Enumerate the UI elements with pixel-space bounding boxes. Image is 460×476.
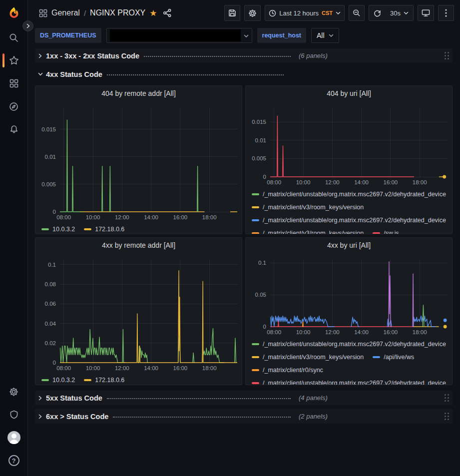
row-drag-handle[interactable] bbox=[444, 412, 451, 422]
refresh-interval-dropdown[interactable]: 30s bbox=[386, 5, 413, 20]
apps-grid-icon bbox=[39, 9, 47, 17]
sidebar-item-alerting[interactable] bbox=[0, 118, 28, 141]
svg-text:0.01: 0.01 bbox=[45, 154, 56, 160]
legend-swatch bbox=[373, 232, 380, 234]
row-header-4xx[interactable]: 4xx Status Code bbox=[35, 67, 453, 81]
star-filled-icon[interactable]: ★ bbox=[149, 9, 157, 17]
row-header-6xx[interactable]: 6xx > Status Code (2 panels) bbox=[35, 409, 453, 424]
legend-item[interactable]: /_matrix/client/unstable/org.matrix.msc2… bbox=[252, 338, 446, 351]
request-host-variable-label[interactable]: request_host bbox=[257, 28, 307, 43]
chevron-right-icon bbox=[26, 23, 30, 28]
legend-swatch bbox=[252, 206, 259, 208]
legend-swatch bbox=[84, 379, 91, 381]
row-title-wrap: 4xx Status Code bbox=[46, 70, 285, 78]
chevron-down-icon bbox=[329, 34, 334, 37]
legend-item[interactable]: /_matrix/client/unstable/org.matrix.msc2… bbox=[252, 214, 446, 227]
sidebar-item-help[interactable]: ? bbox=[0, 449, 28, 472]
share-icon[interactable] bbox=[163, 8, 172, 17]
row-title-wrap: 5xx Status Code bbox=[46, 394, 292, 402]
time-range-picker[interactable]: Last 12 hours CST bbox=[265, 5, 345, 21]
svg-text:0: 0 bbox=[53, 209, 56, 215]
chevron-down-icon bbox=[244, 32, 249, 39]
legend-swatch bbox=[373, 356, 380, 358]
sidebar-item-dashboards[interactable] bbox=[0, 72, 28, 95]
panel-title[interactable]: 4xx by remote addr [All] bbox=[35, 238, 242, 253]
zoom-out-button[interactable] bbox=[349, 5, 365, 21]
sidebar-item-profile[interactable] bbox=[0, 426, 28, 449]
chevron-right-icon bbox=[38, 396, 46, 401]
datasource-value-redacted bbox=[110, 29, 241, 41]
row-drag-handle[interactable] bbox=[444, 393, 451, 403]
row-panel-count: (6 panels) bbox=[299, 52, 328, 59]
legend-item[interactable]: 10.0.3.2 bbox=[41, 223, 75, 234]
sidebar-item-starred[interactable] bbox=[0, 49, 28, 72]
svg-text:16:00: 16:00 bbox=[383, 179, 398, 185]
row-title: 1xx - 3xx - 2xx Status Code bbox=[46, 52, 139, 60]
breadcrumb-dashboard[interactable]: NGINX PROXY bbox=[90, 8, 145, 17]
chevron-right-icon bbox=[38, 53, 46, 58]
legend-item[interactable]: 172.18.0.6 bbox=[84, 223, 124, 234]
svg-text:18:00: 18:00 bbox=[413, 179, 427, 185]
legend-swatch bbox=[252, 369, 259, 371]
legend-item[interactable]: /_matrix/client/v3/room_keys/version bbox=[252, 227, 364, 234]
legend-item[interactable]: /_matrix/client/unstable/org.matrix.msc2… bbox=[252, 377, 446, 385]
avatar bbox=[7, 431, 20, 444]
save-dashboard-button[interactable] bbox=[224, 5, 240, 21]
row-header-5xx[interactable]: 5xx Status Code (4 panels) bbox=[35, 391, 453, 405]
tv-mode-button[interactable] bbox=[418, 5, 434, 21]
panel-404-by-uri: 404 by uri [All] 00.0050.010.01508:0010:… bbox=[245, 85, 453, 234]
dotted-leader bbox=[107, 398, 291, 399]
svg-text:12:00: 12:00 bbox=[325, 179, 340, 185]
refresh-button-group: 30s bbox=[369, 5, 414, 21]
legend-item[interactable]: /_matrix/client/v3/room_keys/version bbox=[252, 201, 364, 214]
panel-legend: /_matrix/client/unstable/org.matrix.msc2… bbox=[246, 337, 452, 385]
main-area: General / NGINX PROXY ★ Last 12 hours bbox=[28, 0, 460, 476]
sidebar-item-server-admin[interactable] bbox=[0, 403, 28, 426]
legend-item[interactable]: /_matrix/client/v3/room_keys/version bbox=[252, 351, 364, 364]
legend-label: /_matrix/client/r0/sync bbox=[263, 367, 323, 374]
legend-item[interactable]: /api/live/ws bbox=[373, 351, 414, 364]
row-drag-handle[interactable] bbox=[444, 51, 451, 61]
search-icon bbox=[9, 33, 18, 42]
legend-swatch bbox=[252, 232, 259, 234]
breadcrumb-folder[interactable]: General bbox=[51, 8, 80, 17]
refresh-button[interactable] bbox=[369, 5, 386, 20]
gear-icon bbox=[9, 387, 18, 397]
legend-item[interactable]: 10.0.3.2 bbox=[41, 374, 75, 385]
legend-item[interactable]: /_matrix/client/unstable/org.matrix.msc2… bbox=[252, 188, 446, 201]
monitor-icon bbox=[422, 9, 430, 17]
panel-title[interactable]: 404 by remote addr [All] bbox=[35, 86, 242, 101]
legend-label: /_matrix/client/v3/room_keys/version bbox=[263, 230, 364, 234]
panel-legend: /_matrix/client/unstable/org.matrix.msc2… bbox=[246, 187, 452, 234]
help-icon: ? bbox=[8, 455, 19, 466]
datasource-variable-select[interactable] bbox=[106, 28, 252, 43]
svg-text:18:00: 18:00 bbox=[202, 214, 217, 220]
sidebar-item-explore[interactable] bbox=[0, 95, 28, 118]
zoom-out-icon bbox=[353, 9, 361, 17]
panel-legend: 10.0.3.2172.18.0.6 bbox=[35, 373, 242, 385]
panel-legend: 10.0.3.2172.18.0.6 bbox=[35, 222, 242, 234]
panel-title[interactable]: 4xx by uri [All] bbox=[246, 238, 452, 253]
timeseries-chart[interactable]: 00.0050.010.01508:0010:0012:0014:0016:00… bbox=[35, 101, 242, 222]
svg-text:0.015: 0.015 bbox=[252, 119, 266, 125]
panel-title[interactable]: 404 by uri [All] bbox=[246, 86, 452, 101]
more-options-button[interactable] bbox=[438, 5, 454, 21]
sidebar-item-configuration[interactable] bbox=[0, 380, 28, 403]
timeseries-chart[interactable]: 00.050.108:0010:0012:0014:0016:0018:00 bbox=[246, 253, 452, 337]
sidebar-expand-button[interactable] bbox=[22, 20, 33, 31]
timeseries-chart[interactable]: 00.0050.010.01508:0010:0012:0014:0016:00… bbox=[246, 101, 452, 187]
legend-swatch bbox=[252, 382, 259, 384]
timeseries-chart[interactable]: 00.020.040.060.080.108:0010:0012:0014:00… bbox=[35, 253, 242, 373]
row-panel-count: (4 panels) bbox=[299, 394, 328, 402]
panel-4xx-by-uri: 4xx by uri [All] 00.050.108:0010:0012:00… bbox=[245, 237, 453, 385]
legend-item[interactable]: 172.18.0.6 bbox=[84, 374, 124, 385]
dotted-leader bbox=[113, 417, 291, 418]
row-header-1xx[interactable]: 1xx - 3xx - 2xx Status Code (6 panels) bbox=[35, 48, 453, 63]
dashboard-settings-button[interactable] bbox=[244, 5, 261, 21]
svg-text:0.01: 0.01 bbox=[255, 137, 266, 143]
legend-item[interactable]: /sw.js bbox=[373, 227, 399, 234]
legend-item[interactable]: /_matrix/client/r0/sync bbox=[252, 364, 323, 377]
request-host-variable-select[interactable]: All bbox=[311, 28, 339, 43]
breadcrumb: General / NGINX PROXY ★ bbox=[39, 8, 172, 17]
datasource-variable-label[interactable]: DS_PROMETHEUS bbox=[35, 28, 101, 43]
